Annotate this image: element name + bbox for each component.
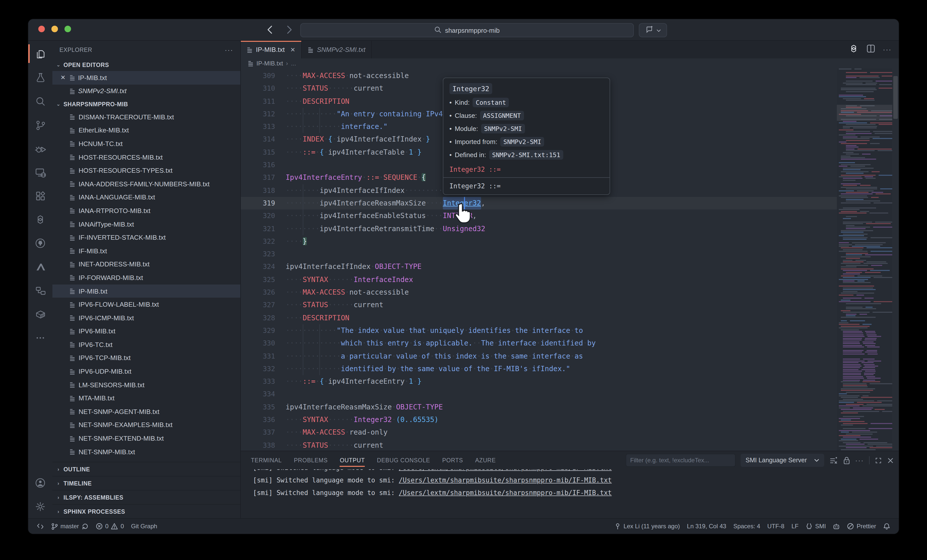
project-folder-header[interactable]: ⌄ SHARPSNMPPRO-MIB xyxy=(52,98,240,110)
activity-files-icon[interactable] xyxy=(28,42,52,65)
code-line-320[interactable]: 320········ipv4InterfaceEnableStatus····… xyxy=(241,210,837,223)
panel-tab-terminal[interactable]: TERMINAL xyxy=(251,451,282,469)
file-item-INET-ADDRESS-MIB.txt[interactable]: INET-ADDRESS-MIB.txt xyxy=(52,258,240,271)
back-icon[interactable] xyxy=(266,23,274,36)
code-line-332[interactable]: 332·············identified·by·the·same·v… xyxy=(241,363,837,375)
editor-scrollbar[interactable] xyxy=(892,68,899,451)
code-editor[interactable]: 309····MAX-ACCESS·not-accessible310····S… xyxy=(241,68,899,451)
split-editor-icon[interactable] xyxy=(866,44,875,55)
status-git-branch[interactable]: master xyxy=(47,519,92,534)
maximize-panel-icon[interactable] xyxy=(875,457,882,464)
output-log[interactable]: [smi] Switched language mode to smi: /Us… xyxy=(241,469,899,520)
status-cursor-position[interactable]: Ln 319, Col 43 xyxy=(684,519,730,534)
tab-SNMPv2-SMI.txt[interactable]: SNMPv2-SMI.txt xyxy=(302,41,372,58)
file-item-NET-SNMP-MIB.txt[interactable]: NET-SNMP-MIB.txt xyxy=(52,445,240,458)
code-line-334[interactable]: 334 xyxy=(241,388,837,401)
close-panel-icon[interactable] xyxy=(887,457,894,464)
close-icon[interactable]: ✕ xyxy=(59,74,67,81)
status-encoding[interactable]: UTF-8 xyxy=(764,519,788,534)
lock-icon[interactable] xyxy=(843,456,850,464)
code-line-324[interactable]: 324ipv4InterfaceIfIndex·OBJECT-TYPE xyxy=(241,261,837,273)
file-path-link[interactable]: /Users/lextm/sharpmibsuite/sharpsnmppro-… xyxy=(399,489,612,496)
panel-tab-azure[interactable]: AZURE xyxy=(475,451,496,469)
status-problems-summary[interactable]: 00 xyxy=(92,519,128,534)
status-git-graph[interactable]: Git Graph xyxy=(128,519,161,534)
sidebar-section-sphinx-processes[interactable]: ›SPHINX PROCESSES xyxy=(52,504,240,518)
code-line-331[interactable]: 331·············a·particular·value·of·th… xyxy=(241,350,837,363)
more-actions-icon[interactable]: ··· xyxy=(855,457,864,464)
file-item-IPV6-MIB.txt[interactable]: IPV6-MIB.txt xyxy=(52,325,240,338)
file-item-IF-INVERTED-STACK-MIB.txt[interactable]: IF-INVERTED-STACK-MIB.txt xyxy=(52,231,240,244)
status-prettier[interactable]: Prettier xyxy=(843,519,880,534)
panel-tab-ports[interactable]: PORTS xyxy=(442,451,463,469)
file-item-LM-SENSORS-MIB.txt[interactable]: LM-SENSORS-MIB.txt xyxy=(52,378,240,392)
activity-source-control-icon[interactable] xyxy=(28,113,52,137)
file-item-NET-SNMP-EXTEND-MIB.txt[interactable]: NET-SNMP-EXTEND-MIB.txt xyxy=(52,432,240,445)
clear-output-icon[interactable] xyxy=(829,456,837,464)
open-editor-SNMPv2-SMI.txt[interactable]: SNMPv2-SMI.txt xyxy=(52,84,240,98)
activity-settings-icon[interactable] xyxy=(28,495,52,518)
activity-azure-icon[interactable] xyxy=(28,255,52,278)
file-path-link[interactable]: /Users/lextm/sharpmibsuite/sharpsnmppro-… xyxy=(399,469,612,471)
activity-more-icon[interactable] xyxy=(28,326,52,349)
code-line-335[interactable]: 335ipv4InterfaceReasmMaxSize·OBJECT-TYPE xyxy=(241,401,837,413)
file-item-IPV6-ICMP-MIB.txt[interactable]: IPV6-ICMP-MIB.txt xyxy=(52,311,240,325)
status-copilot[interactable] xyxy=(830,519,843,534)
code-line-333[interactable]: 333····::=·{·ipv4InterfaceEntry·1·} xyxy=(241,375,837,388)
open-editor-IP-MIB.txt[interactable]: ✕IP-MIB.txt xyxy=(52,71,240,84)
activity-remote-icon[interactable] xyxy=(28,160,52,184)
file-item-IANA-LANGUAGE-MIB.txt[interactable]: IANA-LANGUAGE-MIB.txt xyxy=(52,191,240,204)
output-filter-input[interactable]: Filter (e.g. text, !excludeTex... xyxy=(626,454,736,467)
file-item-HOST-RESOURCES-TYPES.txt[interactable]: HOST-RESOURCES-TYPES.txt xyxy=(52,164,240,177)
breadcrumb[interactable]: IP-MIB.txt › ... xyxy=(241,58,899,68)
file-item-IF-MIB.txt[interactable]: IF-MIB.txt xyxy=(52,244,240,258)
tab-IP-MIB.txt[interactable]: IP-MIB.txt✕ xyxy=(241,41,302,58)
file-item-IP-FORWARD-MIB.txt[interactable]: IP-FORWARD-MIB.txt xyxy=(52,271,240,284)
file-item-IPV6-UDP-MIB.txt[interactable]: IPV6-UDP-MIB.txt xyxy=(52,365,240,378)
file-item-HOST-RESOURCES-MIB.txt[interactable]: HOST-RESOURCES-MIB.txt xyxy=(52,150,240,164)
status-indentation[interactable]: Spaces: 4 xyxy=(730,519,764,534)
file-item-IANA-ADDRESS-FAMILY-NUMBERS-MIB.txt[interactable]: IANA-ADDRESS-FAMILY-NUMBERS-MIB.txt xyxy=(52,177,240,191)
chat-button[interactable] xyxy=(639,23,667,37)
activity-extensions-icon[interactable] xyxy=(28,184,52,208)
sidebar-section-outline[interactable]: ›OUTLINE xyxy=(52,462,240,476)
activity-openai-icon[interactable] xyxy=(28,208,52,231)
status-remote-indicator[interactable] xyxy=(33,519,47,534)
open-editors-header[interactable]: ⌄ OPEN EDITORS xyxy=(52,58,240,71)
file-item-IPV6-TC.txt[interactable]: IPV6-TC.txt xyxy=(52,338,240,351)
openai-icon[interactable] xyxy=(849,44,858,55)
code-line-327[interactable]: 327····STATUS······current xyxy=(241,299,837,312)
activity-search-icon[interactable] xyxy=(28,89,52,113)
file-path-link[interactable]: /Users/lextm/sharpmibsuite/sharpsnmppro-… xyxy=(399,477,612,484)
code-line-330[interactable]: 330·············which·this·entry·is·appl… xyxy=(241,337,837,350)
minimize-window-button[interactable] xyxy=(52,26,58,32)
output-channel-select[interactable]: SMI Language Server xyxy=(741,454,824,467)
file-item-HCNUM-TC.txt[interactable]: HCNUM-TC.txt xyxy=(52,137,240,150)
status-eol[interactable]: LF xyxy=(788,519,802,534)
activity-github-icon[interactable] xyxy=(28,231,52,255)
code-line-337[interactable]: 337····MAX-ACCESS·read-only xyxy=(241,426,837,439)
code-line-336[interactable]: 336····SYNTAX······Integer32·(0..65535) xyxy=(241,413,837,426)
activity-beaker-icon[interactable] xyxy=(28,65,52,89)
file-item-IPV6-TCP-MIB.txt[interactable]: IPV6-TCP-MIB.txt xyxy=(52,351,240,364)
maximize-window-button[interactable] xyxy=(64,26,71,32)
file-item-NET-SNMP-AGENT-MIB.txt[interactable]: NET-SNMP-AGENT-MIB.txt xyxy=(52,405,240,418)
code-line-321[interactable]: 321········ipv4InterfaceRetransmitTime··… xyxy=(241,222,837,235)
status-language-mode[interactable]: SMI xyxy=(802,519,830,534)
panel-tab-output[interactable]: OUTPUT xyxy=(340,451,365,469)
command-center-search[interactable]: sharpsnmppro-mib xyxy=(300,23,634,37)
code-line-319[interactable]: 319········ipv4InterfaceReasmMaxSize····… xyxy=(241,197,837,210)
file-item-IANA-RTPROTO-MIB.txt[interactable]: IANA-RTPROTO-MIB.txt xyxy=(52,204,240,217)
code-line-338[interactable]: 338····STATUS······current xyxy=(241,439,837,451)
code-line-323[interactable]: 323 xyxy=(241,248,837,261)
close-icon[interactable]: ✕ xyxy=(290,46,295,53)
file-item-MTA-MIB.txt[interactable]: MTA-MIB.txt xyxy=(52,392,240,405)
activity-container-icon[interactable] xyxy=(28,302,52,326)
file-item-EtherLike-MIB.txt[interactable]: EtherLike-MIB.txt xyxy=(52,124,240,137)
status-notifications[interactable] xyxy=(880,519,894,534)
activity-hierarchy-icon[interactable] xyxy=(28,278,52,302)
file-item-DISMAN-TRACEROUTE-MIB.txt[interactable]: DISMAN-TRACEROUTE-MIB.txt xyxy=(52,110,240,124)
activity-account-icon[interactable] xyxy=(28,471,52,495)
file-item-IANAifType-MIB.txt[interactable]: IANAifType-MIB.txt xyxy=(52,217,240,231)
more-actions-icon[interactable]: ··· xyxy=(883,46,892,53)
